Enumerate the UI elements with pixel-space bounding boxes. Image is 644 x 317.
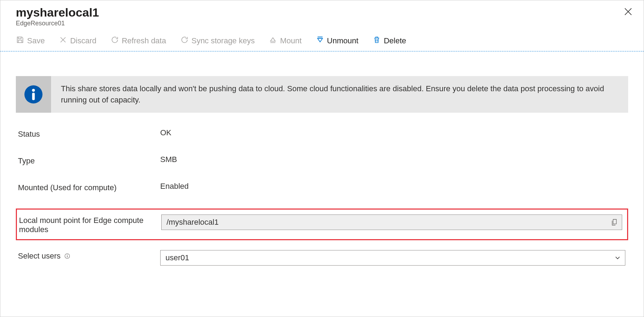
- info-banner-text: This share stores data locally and won't…: [51, 76, 628, 113]
- info-icon: [16, 76, 51, 113]
- sync-label: Sync storage keys: [192, 36, 255, 45]
- unmount-label: Unmount: [327, 36, 358, 45]
- select-users-dropdown[interactable]: user01: [160, 250, 625, 266]
- sync-icon: [180, 36, 189, 46]
- mounted-value: Enabled: [160, 182, 189, 191]
- svg-rect-5: [67, 256, 68, 257]
- mountpoint-label: Local mount point for Edge compute modul…: [17, 215, 161, 234]
- select-users-row: Select users user01: [16, 250, 628, 266]
- info-tooltip-icon[interactable]: [64, 253, 70, 259]
- save-icon: [16, 36, 24, 46]
- info-banner: This share stores data locally and won't…: [16, 76, 628, 113]
- page-title: mysharelocal1: [16, 6, 628, 19]
- refresh-button[interactable]: Refresh data: [111, 36, 166, 46]
- mountpoint-value: /mysharelocal1: [167, 218, 611, 227]
- select-users-label: Select users: [16, 250, 160, 261]
- status-label: Status: [16, 128, 160, 139]
- close-icon[interactable]: [623, 7, 633, 18]
- type-value: SMB: [160, 155, 177, 164]
- status-value: OK: [160, 128, 171, 137]
- unmount-icon: [316, 36, 324, 46]
- share-detail-blade: mysharelocal1 EdgeResource01 Save Discar…: [0, 0, 644, 317]
- status-row: Status OK: [16, 128, 628, 139]
- mounted-label: Mounted (Used for compute): [16, 182, 160, 192]
- select-users-value: user01: [165, 253, 614, 262]
- discard-icon: [59, 36, 67, 46]
- mount-label: Mount: [280, 36, 301, 45]
- mountpoint-field[interactable]: /mysharelocal1: [161, 215, 622, 230]
- mount-button[interactable]: Mount: [269, 36, 301, 46]
- refresh-icon: [111, 36, 119, 46]
- chevron-down-icon: [614, 254, 621, 262]
- refresh-label: Refresh data: [122, 36, 166, 45]
- mount-icon: [269, 36, 277, 46]
- mountpoint-row: Local mount point for Edge compute modul…: [16, 209, 628, 240]
- save-label: Save: [27, 36, 45, 45]
- svg-point-1: [32, 89, 35, 92]
- sync-button[interactable]: Sync storage keys: [180, 36, 255, 46]
- unmount-button[interactable]: Unmount: [316, 36, 358, 46]
- save-button[interactable]: Save: [16, 36, 45, 46]
- svg-rect-2: [32, 93, 35, 100]
- delete-button[interactable]: Delete: [373, 36, 406, 46]
- command-bar: Save Discard Refresh data Sync storage k…: [0, 31, 644, 51]
- copy-icon[interactable]: [611, 218, 618, 226]
- blade-header: mysharelocal1 EdgeResource01: [0, 0, 644, 31]
- content-area: This share stores data locally and won't…: [0, 51, 644, 290]
- discard-button[interactable]: Discard: [59, 36, 96, 46]
- delete-label: Delete: [384, 36, 406, 45]
- delete-icon: [373, 36, 381, 46]
- type-row: Type SMB: [16, 155, 628, 166]
- page-subtitle: EdgeResource01: [16, 20, 628, 27]
- discard-label: Discard: [70, 36, 96, 45]
- svg-point-4: [67, 255, 68, 255]
- mounted-row: Mounted (Used for compute) Enabled: [16, 182, 628, 192]
- type-label: Type: [16, 155, 160, 166]
